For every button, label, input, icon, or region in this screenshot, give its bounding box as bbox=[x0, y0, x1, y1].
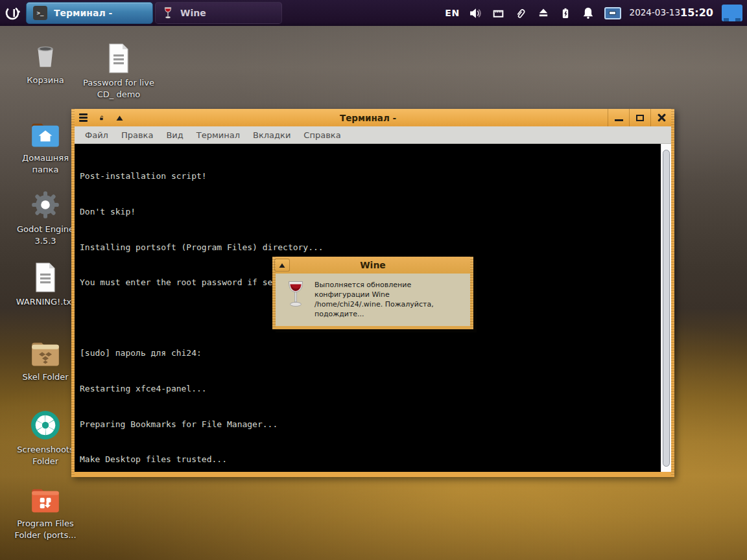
trash-icon bbox=[30, 38, 60, 71]
clock-time: 15:20 bbox=[680, 7, 713, 19]
top-panel: >_ Терминал - Wine EN bbox=[0, 0, 747, 26]
text-file-icon bbox=[106, 40, 132, 74]
menu-terminal[interactable]: Терминал bbox=[190, 126, 246, 143]
show-desktop-icon bbox=[722, 5, 742, 21]
apps-folder-icon bbox=[29, 481, 62, 515]
network-icon[interactable] bbox=[487, 0, 510, 26]
notifications-bell-icon[interactable] bbox=[576, 0, 600, 26]
wine-dialog-titlebar[interactable]: Wine bbox=[272, 257, 473, 274]
wine-dialog-title: Wine bbox=[290, 260, 456, 270]
hamburger-icon bbox=[79, 113, 88, 122]
dialog-shade-button[interactable] bbox=[274, 259, 290, 272]
scrollbar-thumb[interactable] bbox=[663, 150, 670, 467]
dropbox-folder-icon bbox=[29, 334, 62, 368]
terminal-icon: >_ bbox=[33, 6, 47, 20]
minimize-button[interactable] bbox=[608, 109, 629, 126]
close-button[interactable] bbox=[650, 109, 672, 126]
desktop-icon-program-files-folder[interactable]: Program Files Folder (ports... bbox=[9, 481, 82, 541]
maximize-icon bbox=[636, 115, 644, 121]
terminal-scrollbar[interactable] bbox=[661, 144, 671, 472]
desktop-icon-trash[interactable]: Корзина bbox=[9, 38, 82, 86]
clock-date: 2024-03-13 bbox=[630, 8, 680, 18]
keyboard-layout-indicator[interactable]: EN bbox=[440, 0, 464, 26]
taskbar-button-label: Терминал - bbox=[54, 8, 112, 18]
wine-dialog-body: Выполняется обновление конфигурации Wine… bbox=[276, 274, 470, 326]
system-tray: EN bbox=[440, 0, 747, 26]
menu-tabs[interactable]: Вкладки bbox=[246, 126, 297, 143]
minimize-icon bbox=[615, 119, 623, 121]
workspace-pager[interactable] bbox=[600, 0, 626, 26]
window-menu-button[interactable] bbox=[75, 111, 91, 124]
window-title: Терминал - bbox=[128, 113, 608, 123]
eject-icon[interactable] bbox=[532, 0, 554, 26]
wine-dialog-message: Выполняется обновление конфигурации Wine… bbox=[314, 281, 452, 319]
battery-icon[interactable] bbox=[554, 0, 576, 26]
camera-shutter-icon bbox=[30, 407, 61, 441]
taskbar-button-terminal[interactable]: >_ Терминал - bbox=[26, 2, 153, 24]
wine-glass-icon bbox=[285, 281, 307, 308]
chevron-up-icon bbox=[115, 115, 124, 121]
window-shade-button[interactable] bbox=[111, 111, 128, 124]
clipboard-manager-icon[interactable] bbox=[510, 0, 532, 26]
volume-icon[interactable] bbox=[464, 0, 487, 26]
menu-help[interactable]: Справка bbox=[297, 126, 347, 143]
workspace-1 bbox=[604, 7, 621, 19]
desktop-icon-password-file[interactable]: Password for live CD_ demo bbox=[82, 40, 155, 100]
home-folder-icon bbox=[29, 115, 62, 149]
gear-icon bbox=[30, 187, 61, 220]
wine-dialog: Wine Выполняется обновление конфигурации… bbox=[272, 257, 473, 329]
clock[interactable]: 2024-03-13 15:20 bbox=[626, 0, 717, 26]
taskbar-button-wine[interactable]: Wine bbox=[155, 2, 282, 24]
close-icon bbox=[657, 113, 667, 122]
menu-file[interactable]: Файл bbox=[78, 126, 115, 143]
text-file-icon bbox=[32, 259, 58, 293]
menu-view[interactable]: Вид bbox=[160, 126, 189, 143]
taskbar-button-label: Wine bbox=[180, 8, 206, 18]
lock-icon bbox=[98, 115, 105, 121]
menu-edit[interactable]: Правка bbox=[115, 126, 160, 143]
show-desktop-button[interactable] bbox=[717, 0, 747, 26]
taskbar: >_ Терминал - Wine bbox=[26, 0, 282, 26]
window-stick-button[interactable] bbox=[93, 111, 110, 124]
chevron-up-icon bbox=[278, 262, 286, 268]
terminal-titlebar[interactable]: Терминал - bbox=[71, 109, 674, 126]
window-controls bbox=[608, 109, 672, 126]
maximize-button[interactable] bbox=[629, 109, 650, 126]
terminal-menubar: Файл Правка Вид Терминал Вкладки Справка bbox=[75, 126, 671, 144]
distro-logo-icon[interactable] bbox=[0, 0, 26, 26]
wine-glass-icon bbox=[162, 6, 174, 19]
